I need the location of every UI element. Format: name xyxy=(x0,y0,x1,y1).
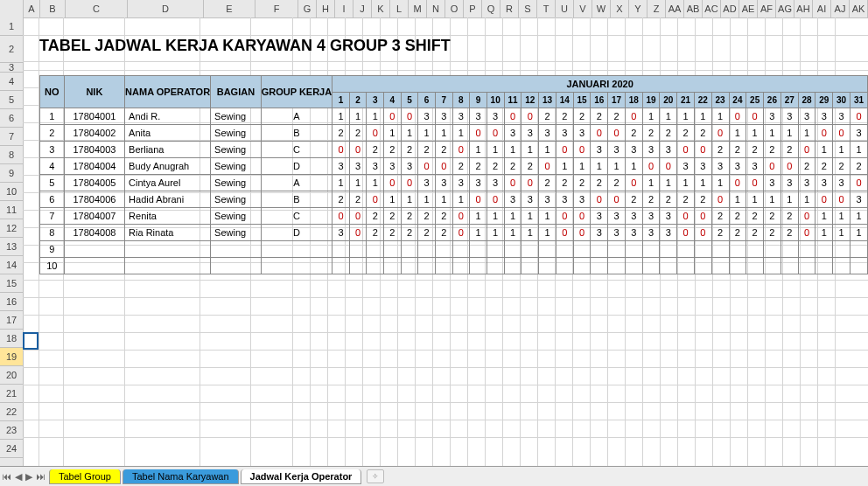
cell-day[interactable]: 2 xyxy=(746,225,764,241)
col-header[interactable]: A xyxy=(24,0,40,17)
cell-day[interactable]: 0 xyxy=(573,142,591,158)
cell-day[interactable]: 3 xyxy=(367,158,384,175)
cell-nama[interactable]: Anita xyxy=(125,125,211,142)
cell-day[interactable]: 3 xyxy=(504,125,522,142)
cell-day[interactable]: 2 xyxy=(556,175,573,191)
tab-tabel-nama-karyawan[interactable]: Tabel Nama Karyawan xyxy=(122,469,239,484)
cell-day[interactable]: 3 xyxy=(816,175,833,191)
cell-day[interactable]: 3 xyxy=(764,108,781,125)
row-header[interactable]: 18 xyxy=(0,330,23,348)
cell-day[interactable]: 2 xyxy=(367,208,384,225)
cell-day[interactable]: 0 xyxy=(608,191,626,208)
cell-day[interactable]: 3 xyxy=(418,108,436,125)
cell-day[interactable]: 0 xyxy=(556,208,573,225)
cell-day[interactable]: 1 xyxy=(435,191,452,208)
cell-day[interactable]: 0 xyxy=(642,158,660,175)
cell-day[interactable]: 2 xyxy=(435,142,452,158)
cell-bagian[interactable]: Sewing xyxy=(211,191,262,208)
cell-day[interactable] xyxy=(367,241,384,258)
cell-day[interactable] xyxy=(780,241,798,258)
cell-day[interactable] xyxy=(504,258,522,274)
cell-day[interactable]: 3 xyxy=(608,142,626,158)
cell-day[interactable]: 0 xyxy=(798,225,816,241)
cell-day[interactable] xyxy=(677,258,695,274)
cell-day[interactable] xyxy=(677,241,695,258)
cell-day[interactable]: 1 xyxy=(711,175,729,191)
col-header[interactable]: H xyxy=(317,0,335,17)
cell-day[interactable]: 2 xyxy=(608,108,626,125)
cell-group[interactable]: C xyxy=(261,208,332,225)
cell-day[interactable]: 0 xyxy=(401,108,418,125)
cell-day[interactable] xyxy=(660,258,677,274)
cell-day[interactable] xyxy=(642,258,660,274)
col-header[interactable]: AE xyxy=(739,0,758,17)
tab-nav-last-icon[interactable]: ⏭ xyxy=(34,471,47,482)
col-header[interactable]: B xyxy=(40,0,66,17)
cell-day[interactable]: 1 xyxy=(816,225,833,241)
cell-day[interactable]: 0 xyxy=(367,125,384,142)
cell-day[interactable]: 0 xyxy=(694,225,711,241)
cell-day[interactable]: 1 xyxy=(522,142,539,158)
cell-day[interactable]: 2 xyxy=(625,191,642,208)
cell-day[interactable]: 0 xyxy=(349,225,367,241)
cell-day[interactable]: 1 xyxy=(539,208,556,225)
cell-group[interactable] xyxy=(261,241,332,258)
cell-day[interactable]: 3 xyxy=(729,158,746,175)
cell-day[interactable]: 3 xyxy=(816,108,833,125)
cell-no[interactable]: 5 xyxy=(40,175,65,191)
cell-day[interactable]: 1 xyxy=(677,108,695,125)
cell-day[interactable]: 2 xyxy=(660,191,677,208)
cell-day[interactable]: 1 xyxy=(452,191,470,208)
cell-day[interactable]: 0 xyxy=(833,191,850,208)
cell-day[interactable]: 3 xyxy=(332,225,350,241)
cell-day[interactable] xyxy=(470,258,487,274)
col-header[interactable]: J xyxy=(354,0,372,17)
cell-day[interactable]: 1 xyxy=(833,225,850,241)
cell-day[interactable]: 2 xyxy=(332,125,350,142)
cell-day[interactable] xyxy=(349,258,367,274)
cell-day[interactable]: 1 xyxy=(539,225,556,241)
cell-bagian[interactable]: Sewing xyxy=(211,125,262,142)
cell-group[interactable]: C xyxy=(261,142,332,158)
cell-day[interactable]: 2 xyxy=(401,142,418,158)
cell-day[interactable]: 0 xyxy=(694,142,711,158)
cell-day[interactable]: 1 xyxy=(418,191,436,208)
cell-day[interactable]: 0 xyxy=(746,108,764,125)
cell-day[interactable] xyxy=(780,258,798,274)
row-header[interactable]: 17 xyxy=(0,311,23,330)
cell-day[interactable] xyxy=(367,258,384,274)
cell-day[interactable]: 1 xyxy=(591,158,608,175)
cell-day[interactable] xyxy=(401,241,418,258)
row-headers[interactable]: 123456789101112131415161718192021222324 xyxy=(0,17,24,467)
cell-day[interactable]: 1 xyxy=(850,225,867,241)
row-header[interactable]: 9 xyxy=(0,164,23,183)
cell-day[interactable] xyxy=(486,241,504,258)
cell-day[interactable]: 2 xyxy=(384,142,402,158)
cell-day[interactable] xyxy=(539,241,556,258)
cell-day[interactable] xyxy=(833,258,850,274)
cell-day[interactable]: 2 xyxy=(418,208,436,225)
cell-day[interactable]: 1 xyxy=(694,108,711,125)
cell-day[interactable]: 2 xyxy=(780,225,798,241)
cell-day[interactable] xyxy=(625,241,642,258)
cell-bagian[interactable]: Sewing xyxy=(211,142,262,158)
cell-day[interactable]: 0 xyxy=(384,108,402,125)
cell-day[interactable] xyxy=(660,241,677,258)
cell-day[interactable]: 0 xyxy=(798,208,816,225)
cell-day[interactable]: 3 xyxy=(418,175,436,191)
cell-day[interactable]: 0 xyxy=(625,108,642,125)
cell-day[interactable]: 1 xyxy=(486,142,504,158)
cell-day[interactable]: 0 xyxy=(591,125,608,142)
cell-day[interactable]: 0 xyxy=(486,191,504,208)
cell-day[interactable] xyxy=(418,258,436,274)
cell-nik[interactable]: 17804007 xyxy=(64,208,124,225)
cell-day[interactable]: 1 xyxy=(367,108,384,125)
cell-day[interactable]: 3 xyxy=(486,108,504,125)
cell-nik[interactable] xyxy=(64,241,124,258)
cell-day[interactable]: 3 xyxy=(711,158,729,175)
cell-nik[interactable]: 17804005 xyxy=(64,175,124,191)
cell-day[interactable]: 0 xyxy=(349,142,367,158)
cell-day[interactable]: 0 xyxy=(677,225,695,241)
row-header[interactable]: 15 xyxy=(0,274,23,293)
cell-day[interactable]: 1 xyxy=(539,142,556,158)
